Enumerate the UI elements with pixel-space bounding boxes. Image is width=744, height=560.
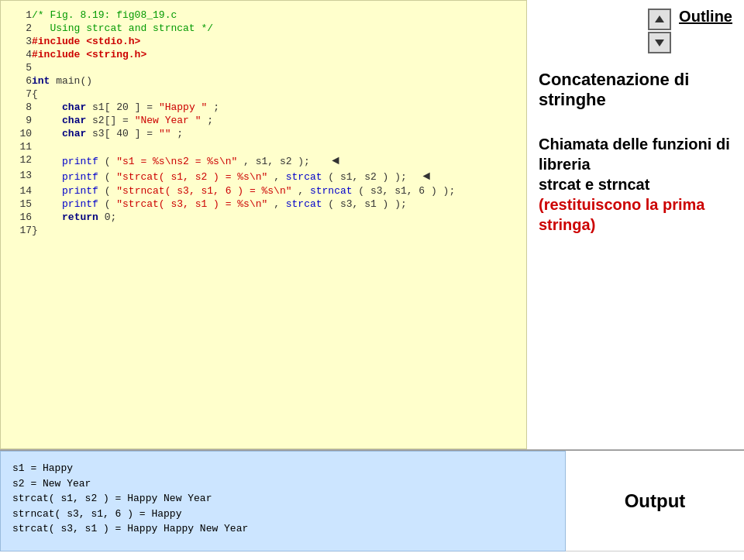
line-number: 11 bbox=[12, 140, 32, 153]
normal-text: , bbox=[274, 198, 286, 210]
concat-section: Concatenazione di stringhe bbox=[539, 62, 732, 126]
normal-text: ( s1, s2 ) ); bbox=[328, 171, 412, 183]
normal-text: { bbox=[32, 88, 38, 100]
line-number: 8 bbox=[12, 101, 32, 114]
code-content: { bbox=[32, 88, 515, 101]
string-literal: "strcat( s1, s2 ) = %s\n" bbox=[116, 171, 267, 183]
table-row: 4 #include <string.h> bbox=[12, 48, 515, 61]
code-content: } bbox=[32, 224, 515, 237]
line-number: 14 bbox=[12, 184, 32, 198]
code-table: 1 /* Fig. 8.19: fig08_19.c 2 Using strca… bbox=[12, 9, 515, 237]
table-row: 3 #include <stdio.h> bbox=[12, 35, 515, 48]
code-content: #include <stdio.h> bbox=[32, 35, 515, 48]
normal-text: s3[ 40 ] = bbox=[92, 128, 159, 139]
code-content: char s2[] = "New Year " ; bbox=[32, 114, 515, 127]
keyword: char bbox=[62, 101, 86, 113]
normal-text: } bbox=[32, 225, 38, 236]
string-literal: "New Year " bbox=[135, 115, 202, 126]
code-content: printf ( "strncat( s3, s1, 6 ) = %s\n" ,… bbox=[32, 184, 515, 198]
line-number: 13 bbox=[12, 169, 32, 184]
normal-text: ; bbox=[213, 101, 219, 113]
function-name: strcat bbox=[286, 171, 322, 183]
keyword: int bbox=[32, 75, 50, 87]
keyword: return bbox=[62, 211, 98, 223]
normal-text: 0; bbox=[105, 211, 117, 223]
code-panel: 1 /* Fig. 8.19: fig08_19.c 2 Using strca… bbox=[0, 0, 527, 449]
right-panel: Outline Concatenazione di stringhe Chiam… bbox=[527, 0, 744, 449]
chiamata-line1: Chiamata delle funzioni di libreria bbox=[539, 136, 730, 173]
output-label-panel: Output bbox=[566, 451, 744, 551]
output-container: s1 = Happy s2 = New Year strcat( s1, s2 … bbox=[0, 450, 744, 551]
line-number: 9 bbox=[12, 114, 32, 127]
code-content: return 0; bbox=[32, 211, 515, 224]
line-number: 17 bbox=[12, 224, 32, 237]
chiamata-section: Chiamata delle funzioni di libreria strc… bbox=[539, 126, 732, 242]
code-content: char s1[ 20 ] = "Happy " ; bbox=[32, 101, 515, 114]
line-number: 4 bbox=[12, 48, 32, 61]
code-content: int main() bbox=[32, 74, 515, 88]
normal-text: s2[] = bbox=[92, 115, 135, 126]
line-number: 2 bbox=[12, 22, 32, 35]
chiamata-restituiscono: (restituiscono la prima stringa) bbox=[539, 194, 732, 235]
up-arrow-icon bbox=[654, 14, 665, 25]
preproc-text: #include <stdio.h> bbox=[32, 36, 140, 47]
chiamata-line2: strcat e strncat bbox=[539, 176, 649, 193]
code-content: #include <string.h> bbox=[32, 48, 515, 61]
table-row: 1 /* Fig. 8.19: fig08_19.c bbox=[12, 9, 515, 22]
normal-text bbox=[32, 185, 56, 197]
normal-text bbox=[32, 198, 56, 210]
normal-text: ( bbox=[105, 185, 117, 197]
keyword: char bbox=[62, 128, 86, 139]
string-literal: "s1 = %s\ns2 = %s\n" bbox=[116, 156, 237, 167]
normal-text bbox=[32, 115, 56, 126]
normal-text: , s1, s2 ); bbox=[243, 156, 322, 167]
table-row: 12 printf ( "s1 = %s\ns2 = %s\n" , s1, s… bbox=[12, 153, 515, 169]
normal-text: main() bbox=[56, 75, 92, 87]
table-row: 16 return 0; bbox=[12, 211, 515, 224]
normal-text: , bbox=[298, 185, 310, 197]
table-row: 6 int main() bbox=[12, 74, 515, 88]
code-content bbox=[32, 61, 515, 74]
up-arrow-button[interactable] bbox=[648, 9, 671, 30]
table-row: 8 char s1[ 20 ] = "Happy " ; bbox=[12, 101, 515, 114]
string-literal: "" bbox=[159, 128, 171, 139]
svg-marker-0 bbox=[655, 15, 664, 22]
code-content: printf ( "strcat( s3, s1 ) = %s\n" , str… bbox=[32, 198, 515, 211]
outline-title: Outline bbox=[679, 8, 732, 26]
table-row: 9 char s2[] = "New Year " ; bbox=[12, 114, 515, 127]
down-arrow-icon bbox=[654, 37, 665, 48]
normal-text: ( bbox=[105, 156, 117, 167]
line-number: 3 bbox=[12, 35, 32, 48]
code-content: char s3[ 40 ] = "" ; bbox=[32, 127, 515, 140]
keyword: char bbox=[62, 115, 86, 126]
code-content: printf ( "s1 = %s\ns2 = %s\n" , s1, s2 )… bbox=[32, 153, 515, 169]
chiamata-strcat: strcat e strncat bbox=[539, 174, 732, 194]
chiamata-title: Chiamata delle funzioni di libreria bbox=[539, 134, 732, 174]
output-text: s1 = Happy s2 = New Year strcat( s1, s2 … bbox=[12, 461, 553, 537]
code-content: /* Fig. 8.19: fig08_19.c bbox=[32, 9, 515, 22]
normal-text bbox=[32, 101, 56, 113]
line-number: 10 bbox=[12, 127, 32, 140]
concat-title: Concatenazione di stringhe bbox=[539, 70, 732, 111]
table-row: 13 printf ( "strcat( s1, s2 ) = %s\n" , … bbox=[12, 169, 515, 184]
line-number: 6 bbox=[12, 74, 32, 88]
table-row: 11 bbox=[12, 140, 515, 153]
chiamata-line3: (restituiscono la prima stringa) bbox=[539, 196, 705, 233]
arrow-indicator: ◄ bbox=[332, 154, 339, 168]
normal-text: ( bbox=[105, 171, 117, 183]
down-arrow-button[interactable] bbox=[648, 32, 671, 53]
normal-text bbox=[32, 211, 56, 223]
normal-text: , bbox=[274, 171, 286, 183]
normal-text: ; bbox=[207, 115, 213, 126]
line-number: 12 bbox=[12, 153, 32, 169]
function-name: printf bbox=[62, 156, 98, 167]
normal-text bbox=[32, 156, 56, 167]
output-panel: s1 = Happy s2 = New Year strcat( s1, s2 … bbox=[0, 451, 566, 551]
normal-text bbox=[32, 128, 56, 139]
output-label: Output bbox=[625, 490, 686, 512]
line-number: 5 bbox=[12, 61, 32, 74]
code-content: Using strcat and strncat */ bbox=[32, 22, 515, 35]
string-literal: "strcat( s3, s1 ) = %s\n" bbox=[116, 198, 267, 210]
normal-text bbox=[32, 171, 56, 183]
line-number: 16 bbox=[12, 211, 32, 224]
